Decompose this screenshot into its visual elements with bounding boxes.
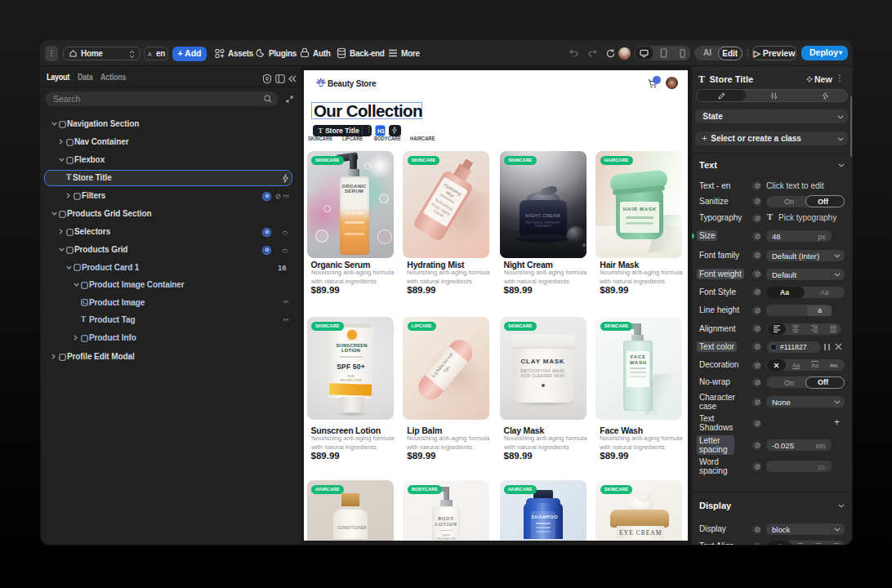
svg-text:A: A xyxy=(148,51,152,57)
